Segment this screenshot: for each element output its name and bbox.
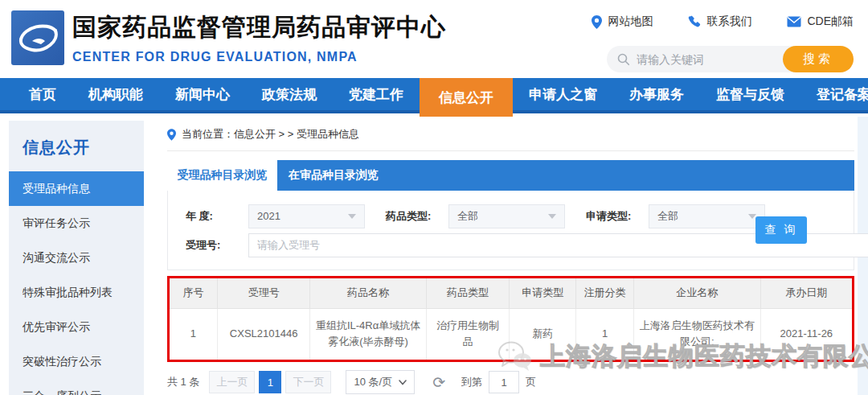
page-number-1[interactable]: 1 bbox=[259, 371, 281, 393]
goto-page-unit: 页 bbox=[526, 375, 536, 389]
breadcrumb: 当前位置：信息公开 > > 受理品种信息 bbox=[167, 127, 854, 151]
location-pin-icon bbox=[167, 129, 176, 141]
acceptance-no-label: 受理号: bbox=[186, 238, 239, 253]
nav-item-applicant[interactable]: 申请人之窗 bbox=[513, 78, 613, 110]
col-header-apply-type: 申请类型 bbox=[510, 278, 576, 308]
nav-item-news[interactable]: 新闻中心 bbox=[159, 78, 246, 110]
filter-row-2: 受理号: 药品名称: 企业名称: bbox=[186, 232, 854, 257]
cell-drug-type: 治疗用生物制品 bbox=[426, 308, 510, 360]
sidebar-item-accepted-varieties[interactable]: 受理品种信息 bbox=[9, 171, 144, 206]
table-row[interactable]: 1 CXSL2101446 重组抗IL-4Rα单域抗体雾化液(毕赤酵母) 治疗用… bbox=[170, 308, 852, 360]
main-nav: 首页 机构职能 新闻中心 政策法规 党建工作 信息公开 申请人之窗 办事服务 监… bbox=[0, 78, 868, 113]
nav-item-registration-platform[interactable]: 登记备案平台 bbox=[800, 78, 868, 110]
drug-type-select[interactable]: 全部 bbox=[448, 204, 565, 228]
cell-index: 1 bbox=[170, 308, 217, 360]
sidebar-item-breakthrough-therapy[interactable]: 突破性治疗公示 bbox=[9, 344, 144, 379]
sidebar-title: 信息公开 bbox=[9, 121, 144, 171]
filter-panel: 年 度: 2021 药品类型: 全部 申请类型: 全部 受理号: bbox=[167, 191, 854, 270]
tab-bar: 受理品种目录浏览 在审品种目录浏览 bbox=[167, 160, 854, 191]
page: 国家药品监督管理局药品审评中心 CENTER FOR DRUG EVALUATI… bbox=[0, 0, 868, 395]
apply-type-select-value: 全部 bbox=[657, 209, 678, 224]
goto-page-input[interactable] bbox=[489, 371, 519, 393]
nav-item-functions[interactable]: 机构职能 bbox=[72, 78, 159, 110]
results-table: 序号 受理号 药品名称 药品类型 申请类型 注册分类 企业名称 承办日期 1 C… bbox=[170, 278, 852, 360]
search-icon bbox=[617, 53, 630, 66]
nav-item-info-disclosure[interactable]: 信息公开 bbox=[420, 78, 513, 117]
tab-under-review-catalog[interactable]: 在审品种目录浏览 bbox=[277, 160, 390, 191]
col-header-company: 企业名称 bbox=[633, 278, 760, 308]
drug-type-select-value: 全部 bbox=[457, 209, 478, 224]
table-header-row: 序号 受理号 药品名称 药品类型 申请类型 注册分类 企业名称 承办日期 bbox=[170, 278, 852, 308]
phone-icon bbox=[688, 15, 701, 28]
year-select[interactable]: 2021 bbox=[248, 204, 365, 228]
site-title: 国家药品监督管理局药品审评中心 bbox=[72, 11, 446, 44]
sitemap-link[interactable]: 网站地图 bbox=[592, 14, 653, 29]
tab-accepted-catalog[interactable]: 受理品种目录浏览 bbox=[167, 160, 277, 191]
site-subtitle: CENTER FOR DRUG EVALUATION, NMPA bbox=[72, 50, 446, 64]
cell-acceptance-no: CXSL2101446 bbox=[217, 308, 309, 360]
nav-item-supervision[interactable]: 监督与反馈 bbox=[700, 78, 800, 110]
cell-registration-class: 1 bbox=[576, 308, 633, 360]
pagination-total: 共 1 条 bbox=[167, 375, 199, 389]
main-content: 当前位置：信息公开 > > 受理品种信息 受理品种目录浏览 在审品种目录浏览 年… bbox=[167, 127, 854, 394]
cell-drug-name: 重组抗IL-4Rα单域抗体雾化液(毕赤酵母) bbox=[310, 308, 426, 360]
cde-mail-label: CDE邮箱 bbox=[807, 14, 854, 29]
sidebar: 信息公开 受理品种信息 审评任务公示 沟通交流公示 特殊审批品种列表 优先审评公… bbox=[9, 121, 144, 395]
col-header-registration-class: 注册分类 bbox=[576, 278, 633, 308]
header-quick-links: 网站地图 联系我们 CDE邮箱 bbox=[592, 14, 854, 29]
breadcrumb-text: 当前位置：信息公开 > > 受理品种信息 bbox=[182, 127, 359, 142]
query-button[interactable]: 查 询 bbox=[755, 216, 807, 244]
nav-item-party[interactable]: 党建工作 bbox=[333, 78, 420, 110]
chevron-down-icon bbox=[548, 214, 556, 219]
filter-row-1: 年 度: 2021 药品类型: 全部 申请类型: 全部 bbox=[186, 204, 854, 228]
header-search-bar: 搜索 bbox=[607, 46, 854, 72]
location-pin-icon bbox=[592, 15, 602, 29]
goto-page-label: 到第 bbox=[461, 375, 482, 389]
year-label: 年 度: bbox=[186, 209, 239, 224]
refresh-icon[interactable]: ⟳ bbox=[432, 375, 445, 390]
highlighted-result-box: 序号 受理号 药品名称 药品类型 申请类型 注册分类 企业名称 承办日期 1 C… bbox=[167, 276, 854, 362]
drug-type-label: 药品类型: bbox=[386, 209, 439, 224]
nav-item-services[interactable]: 办事服务 bbox=[613, 78, 700, 110]
sidebar-item-priority-review[interactable]: 优先审评公示 bbox=[9, 310, 144, 344]
cell-apply-type: 新药 bbox=[510, 308, 576, 360]
search-button[interactable]: 搜索 bbox=[783, 46, 854, 72]
year-select-value: 2021 bbox=[257, 210, 280, 222]
sidebar-item-special-approval[interactable]: 特殊审批品种列表 bbox=[9, 275, 144, 310]
next-page-button[interactable]: 下一页 bbox=[285, 371, 331, 393]
cde-logo-icon bbox=[11, 10, 64, 65]
nav-item-home[interactable]: 首页 bbox=[13, 78, 72, 110]
page-size-value: 10 条/页 bbox=[354, 375, 392, 389]
chevron-down-icon bbox=[399, 380, 407, 385]
page-size-select[interactable]: 10 条/页 bbox=[346, 370, 415, 394]
prev-page-button[interactable]: 上一页 bbox=[209, 371, 255, 393]
apply-type-select[interactable]: 全部 bbox=[649, 204, 765, 228]
nav-item-policy[interactable]: 政策法规 bbox=[246, 78, 333, 110]
sitemap-label: 网站地图 bbox=[608, 14, 653, 29]
chevron-down-icon bbox=[348, 214, 356, 219]
col-header-drug-name: 药品名称 bbox=[310, 278, 426, 308]
site-title-block: 国家药品监督管理局药品审评中心 CENTER FOR DRUG EVALUATI… bbox=[72, 11, 446, 64]
contact-label: 联系我们 bbox=[706, 14, 751, 29]
sidebar-item-review-tasks[interactable]: 审评任务公示 bbox=[9, 206, 144, 241]
sidebar-item-three-in-one[interactable]: 三合一序列公示 bbox=[9, 379, 144, 395]
search-input[interactable] bbox=[630, 46, 783, 72]
cde-logo bbox=[11, 10, 64, 65]
col-header-drug-type: 药品类型 bbox=[426, 278, 510, 308]
mail-icon bbox=[787, 16, 801, 27]
col-header-acceptance-no: 受理号 bbox=[217, 278, 309, 308]
contact-link[interactable]: 联系我们 bbox=[688, 14, 751, 29]
cde-mail-link[interactable]: CDE邮箱 bbox=[787, 14, 854, 29]
cell-date: 2021-11-26 bbox=[760, 308, 852, 360]
apply-type-label: 申请类型: bbox=[586, 209, 639, 224]
col-header-index: 序号 bbox=[170, 278, 217, 308]
col-header-date: 承办日期 bbox=[760, 278, 852, 308]
sidebar-item-communication[interactable]: 沟通交流公示 bbox=[9, 241, 144, 275]
header: 国家药品监督管理局药品审评中心 CENTER FOR DRUG EVALUATI… bbox=[0, 0, 868, 78]
cell-company: 上海洛启生物医药技术有限公司; bbox=[633, 308, 760, 360]
pagination: 共 1 条 上一页 1 下一页 10 条/页 ⟳ 到第 页 bbox=[167, 370, 854, 394]
